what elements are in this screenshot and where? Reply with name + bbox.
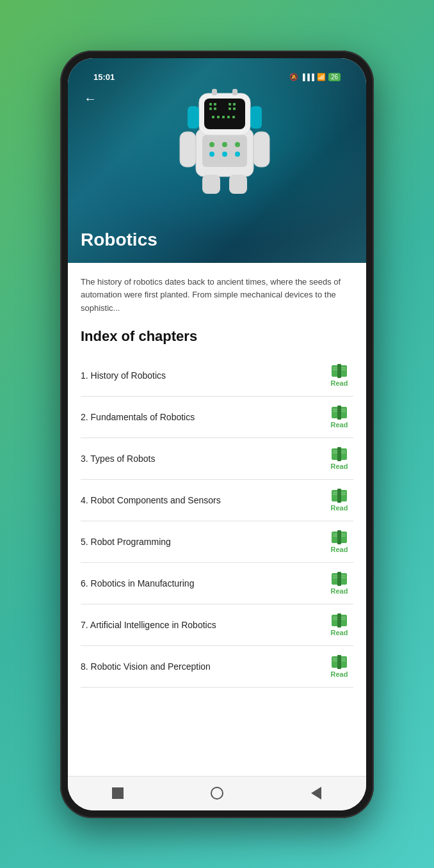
read-button[interactable]: Read — [325, 572, 353, 595]
signal-icon: ▐▐▐ — [301, 74, 314, 81]
book-icon — [330, 489, 348, 503]
bottom-nav — [68, 776, 366, 810]
chapter-name: 1. History of Robotics — [81, 370, 325, 381]
svg-rect-14 — [214, 103, 216, 106]
read-label: Read — [331, 546, 348, 553]
svg-rect-23 — [222, 116, 225, 118]
read-button[interactable]: Read — [325, 655, 353, 678]
svg-rect-76 — [337, 613, 341, 627]
svg-rect-24 — [227, 116, 230, 118]
status-time: 15:01 — [93, 72, 115, 82]
svg-rect-26 — [188, 106, 199, 129]
svg-rect-20 — [233, 107, 236, 110]
back-button[interactable]: ← — [84, 91, 97, 106]
chapter-name: 6. Robotics in Manufacturing — [81, 578, 325, 588]
svg-rect-22 — [217, 116, 220, 118]
book-icon — [330, 530, 348, 544]
svg-rect-55 — [337, 489, 341, 503]
read-button[interactable]: Read — [325, 489, 353, 512]
svg-point-6 — [209, 152, 214, 157]
scroll-content: The history of robotics dates back to an… — [68, 263, 366, 776]
svg-point-3 — [209, 142, 214, 147]
svg-rect-19 — [229, 107, 231, 110]
svg-rect-29 — [253, 132, 269, 167]
read-button[interactable]: Read — [325, 406, 353, 429]
read-label: Read — [331, 421, 348, 429]
phone-frame: 15:01 🔕 ▐▐▐ 📶 26 ← — [60, 51, 374, 818]
mute-icon: 🔕 — [289, 73, 298, 81]
circle-icon — [211, 787, 223, 800]
phone-screen: 15:01 🔕 ▐▐▐ 📶 26 ← — [68, 58, 366, 810]
chapter-name: 7. Artificial Intelligence in Robotics — [81, 620, 325, 630]
chapter-item: 6. Robotics in Manufacturing Read — [81, 563, 353, 604]
chapter-item: 8. Robotic Vision and Perception Read — [81, 646, 353, 688]
svg-rect-21 — [212, 116, 214, 118]
svg-rect-69 — [337, 572, 341, 586]
nav-home-button[interactable] — [209, 785, 225, 801]
read-label: Read — [331, 379, 348, 387]
read-button[interactable]: Read — [325, 447, 353, 470]
read-label: Read — [331, 504, 348, 512]
svg-rect-18 — [233, 103, 236, 106]
svg-rect-34 — [337, 364, 341, 378]
chapter-item: 1. History of Robotics Read — [81, 355, 353, 397]
book-icon — [330, 572, 348, 586]
svg-point-5 — [235, 142, 240, 147]
chapter-item: 2. Fundamentals of Robotics Read — [81, 397, 353, 438]
read-label: Read — [331, 629, 348, 636]
svg-rect-28 — [180, 132, 196, 167]
chapters-list: 1. History of Robotics Read2. Fundamenta… — [81, 355, 353, 688]
nav-back-button[interactable] — [309, 785, 324, 801]
svg-rect-41 — [337, 406, 341, 420]
svg-rect-17 — [229, 103, 231, 106]
nav-square-button[interactable] — [110, 785, 125, 801]
svg-rect-15 — [209, 107, 212, 110]
book-icon — [330, 406, 348, 420]
svg-rect-16 — [214, 107, 216, 110]
status-icons: 🔕 ▐▐▐ 📶 26 — [289, 73, 341, 81]
svg-rect-27 — [250, 106, 262, 129]
chapter-item: 7. Artificial Intelligence in Robotics R… — [81, 604, 353, 646]
triangle-icon — [311, 787, 321, 800]
hero-title: Robotics — [81, 230, 157, 250]
read-button[interactable]: Read — [325, 364, 353, 387]
svg-point-4 — [222, 142, 227, 147]
book-icon — [330, 655, 348, 669]
chapter-name: 3. Types of Robots — [81, 454, 325, 464]
svg-rect-11 — [232, 89, 237, 95]
book-icon — [330, 364, 348, 378]
read-label: Read — [331, 587, 348, 595]
hero-area: 15:01 🔕 ▐▐▐ 📶 26 ← — [68, 58, 366, 263]
svg-rect-25 — [232, 116, 235, 118]
svg-rect-83 — [337, 655, 341, 669]
svg-point-8 — [235, 152, 240, 157]
svg-rect-13 — [209, 103, 212, 106]
chapter-name: 2. Fundamentals of Robotics — [81, 412, 325, 422]
robot-illustration — [161, 71, 301, 212]
svg-rect-10 — [212, 89, 217, 95]
svg-rect-2 — [202, 135, 247, 167]
read-label: Read — [331, 462, 348, 470]
read-button[interactable]: Read — [325, 530, 353, 553]
book-icon — [330, 613, 348, 627]
read-label: Read — [331, 670, 348, 678]
chapters-title: Index of chapters — [81, 328, 353, 345]
chapter-name: 4. Robot Components and Sensors — [81, 495, 325, 505]
svg-rect-62 — [337, 530, 341, 544]
description-text: The history of robotics dates back to an… — [81, 276, 353, 315]
chapter-item: 3. Types of Robots Read — [81, 438, 353, 480]
chapter-name: 8. Robotic Vision and Perception — [81, 661, 325, 672]
square-icon — [112, 787, 124, 799]
battery-icon: 26 — [328, 73, 341, 81]
wifi-icon: 📶 — [317, 73, 326, 81]
svg-rect-31 — [229, 175, 247, 194]
svg-rect-30 — [202, 175, 220, 194]
status-bar: 15:01 🔕 ▐▐▐ 📶 26 — [87, 72, 347, 82]
read-button[interactable]: Read — [325, 613, 353, 636]
chapter-item: 4. Robot Components and Sensors Read — [81, 480, 353, 521]
chapter-item: 5. Robot Programming Read — [81, 521, 353, 563]
svg-point-7 — [222, 152, 227, 157]
book-icon — [330, 447, 348, 461]
svg-rect-48 — [337, 447, 341, 461]
chapter-name: 5. Robot Programming — [81, 537, 325, 547]
